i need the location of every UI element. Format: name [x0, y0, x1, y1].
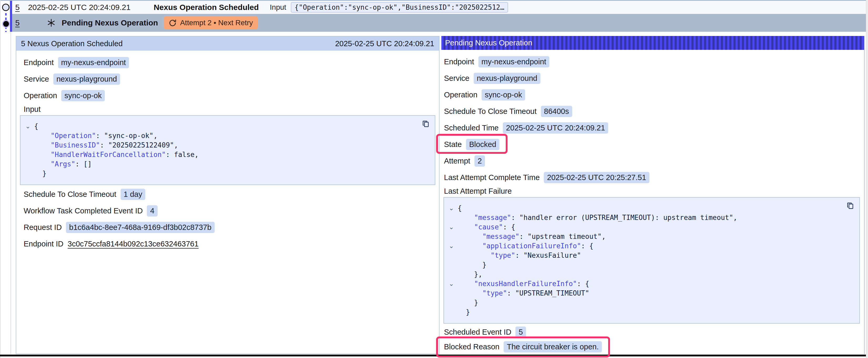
- field-label: Attempt: [444, 157, 470, 165]
- collapse-chevron-icon[interactable]: ⌄: [448, 203, 458, 213]
- pending-fields-top: Endpoint my-nexus-endpoint Service nexus…: [441, 54, 865, 186]
- field-label: Workflow Task Completed Event ID: [24, 206, 143, 215]
- json-gutter-spacer: [25, 140, 34, 150]
- json-line: ⌄{: [25, 122, 419, 131]
- json-code-text: "HandlerWaitForCancellation": false,: [34, 150, 198, 159]
- field-value-chip: 2025-02-25 UTC 20:24:09.21: [503, 122, 608, 134]
- pending-event-title: Pending Nexus Operation: [62, 19, 158, 27]
- scheduled-fields-top: Endpoint my-nexus-endpoint Service nexus…: [16, 54, 439, 104]
- json-gutter-spacer: [448, 213, 458, 222]
- event-id-link[interactable]: 5: [15, 3, 20, 12]
- field-label: Request ID: [24, 223, 62, 232]
- bottom-divider: [0, 355, 866, 356]
- field-row: Service nexus-playground: [16, 71, 439, 88]
- input-json-viewer: ⌄{ "Operation": "sync-op-ok", "BusinessI…: [20, 115, 435, 185]
- json-gutter-spacer: [25, 150, 34, 159]
- field-value-link[interactable]: 3c0c75ccfa8144b092c13ce632463761: [68, 240, 198, 248]
- json-gutter-spacer: [448, 251, 458, 260]
- json-line: "type": "NexusFailure": [448, 251, 843, 260]
- json-line: "message": "handler error (UPSTREAM_TIME…: [448, 213, 843, 222]
- json-line: "HandlerWaitForCancellation": false,: [25, 150, 419, 159]
- json-line: ⌄ "applicationFailureInfo": {: [448, 241, 843, 251]
- event-id-link[interactable]: 5: [15, 19, 20, 27]
- field-row: Blocked Reason The circuit breaker is op…: [441, 339, 865, 354]
- field-row: Operation sync-op-ok: [441, 87, 865, 103]
- field-value-chip: 2: [474, 155, 485, 167]
- timeline-node-open-icon[interactable]: [2, 4, 9, 11]
- json-code-text: }: [458, 307, 470, 317]
- event-row-nexus-operation-scheduled[interactable]: 5 2025-02-25 UTC 20:24:09.21 Nexus Opera…: [12, 1, 866, 14]
- field-row: Workflow Task Completed Event ID 4: [16, 203, 439, 219]
- field-row: Last Attempt Complete Time 2025-02-25 UT…: [441, 169, 865, 186]
- json-gutter-spacer: [448, 232, 458, 241]
- json-line: },: [448, 269, 843, 279]
- json-line: "message": "upstream timeout",: [448, 232, 843, 241]
- scheduled-panel-timestamp: 2025-02-25 UTC 20:24:09.21: [335, 39, 434, 48]
- field-value-chip: sync-op-ok: [482, 89, 525, 100]
- vertical-scrollbar[interactable]: [866, 0, 868, 358]
- json-line: }: [448, 260, 843, 269]
- json-line: }: [448, 307, 843, 317]
- json-line: ⌄ "cause": {: [448, 222, 843, 232]
- field-row: Endpoint my-nexus-endpoint: [16, 54, 439, 71]
- field-label: Schedule To Close Timeout: [444, 107, 537, 116]
- json-line: "Args": []: [25, 159, 419, 169]
- json-gutter-spacer: [448, 260, 458, 269]
- field-value-chip: 2025-02-25 UTC 20:25:27.51: [544, 172, 649, 183]
- field-label: Scheduled Event ID: [444, 328, 511, 336]
- last-attempt-failure-label: Last Attempt Failure: [441, 186, 865, 196]
- json-gutter-spacer: [448, 269, 458, 279]
- field-value-chip: Blocked: [466, 139, 499, 150]
- field-label: Endpoint: [24, 58, 54, 67]
- collapse-chevron-icon[interactable]: ⌄: [448, 222, 458, 232]
- json-line: "type": "UPSTREAM_TIMEOUT": [448, 288, 843, 298]
- field-value-chip: 4: [147, 205, 157, 217]
- json-code-text: {: [458, 203, 462, 213]
- field-label: Operation: [444, 91, 477, 99]
- event-row-pending-nexus-operation[interactable]: 5 Pending Nexus Operation Attempt 2 • Ne…: [12, 14, 866, 32]
- pending-fields-bottom: Scheduled Event ID 5 Blocked Reason The …: [441, 325, 865, 354]
- asterisk-icon: [46, 18, 56, 28]
- json-gutter-spacer: [25, 131, 34, 140]
- json-code-text: "type": "NexusFailure": [458, 251, 581, 260]
- json-line: "BusinessID": "20250225122409",: [25, 140, 419, 150]
- field-label: Scheduled Time: [444, 124, 499, 132]
- timeline-node-filled-icon[interactable]: [2, 20, 10, 28]
- pending-panel-title: Pending Nexus Operation: [445, 39, 532, 47]
- event-input-preview-chip: {"Operation":"sync-op-ok","BusinessID":"…: [291, 2, 508, 12]
- timeline-gutter-border: [10, 32, 11, 354]
- field-label: Operation: [24, 91, 57, 100]
- collapse-chevron-icon[interactable]: ⌄: [25, 122, 34, 131]
- json-code-text: "applicationFailureInfo": {: [458, 241, 593, 251]
- field-row: Scheduled Event ID 5: [441, 325, 865, 339]
- retry-icon: [168, 19, 177, 27]
- copy-icon[interactable]: [846, 201, 855, 211]
- collapse-chevron-icon[interactable]: ⌄: [448, 241, 458, 251]
- field-label: Endpoint: [444, 58, 474, 66]
- field-row: State Blocked: [441, 136, 865, 153]
- field-label: Service: [444, 74, 469, 83]
- event-timestamp: 2025-02-25 UTC 20:24:09.21: [28, 3, 130, 12]
- field-value-chip: 86400s: [541, 106, 572, 117]
- event-title: Nexus Operation Scheduled: [154, 3, 259, 12]
- field-label: Last Attempt Complete Time: [444, 173, 539, 182]
- input-section-label: Input: [16, 104, 439, 115]
- event-detail-panel-scheduled: 5 Nexus Operation Scheduled 2025-02-25 U…: [16, 36, 439, 354]
- selected-event-indicator-bar: [10, 1, 12, 32]
- copy-icon[interactable]: [421, 120, 431, 129]
- field-value-chip: nexus-playground: [474, 73, 541, 84]
- json-gutter-spacer: [448, 307, 458, 317]
- json-line: "Operation": "sync-op-ok",: [25, 131, 419, 140]
- field-label: Blocked Reason: [444, 343, 499, 351]
- pending-panel-header: Pending Nexus Operation: [441, 36, 865, 50]
- field-value-chip: 1 day: [121, 189, 146, 200]
- right-panel-border: [864, 36, 865, 354]
- json-code-text: }: [458, 298, 478, 307]
- field-label: State: [444, 140, 462, 149]
- field-value-chip: my-nexus-endpoint: [58, 57, 129, 68]
- collapse-chevron-icon[interactable]: ⌄: [448, 279, 458, 288]
- json-code-text: }: [458, 260, 487, 269]
- retry-badge-label: Attempt 2 • Next Retry: [180, 19, 253, 27]
- field-value-chip: The circuit breaker is open.: [504, 341, 602, 353]
- field-row: Schedule To Close Timeout 86400s: [441, 103, 865, 120]
